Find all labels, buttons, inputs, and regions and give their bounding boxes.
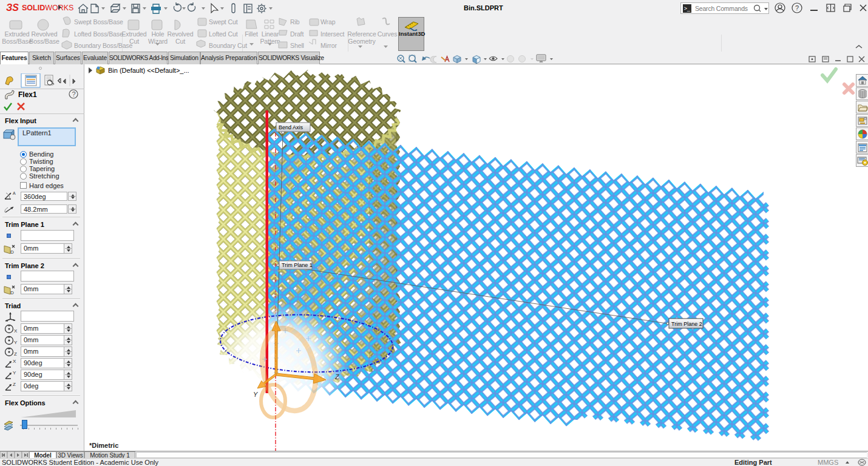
svg-text:X: X [13,359,16,364]
svg-text:Trim Plane 1: Trim Plane 1 [282,262,313,268]
svg-text:?: ? [72,90,76,98]
svg-text:?: ? [795,4,799,12]
svg-text:Y: Y [13,370,16,376]
svg-text:A: A [13,191,16,195]
svg-text:D: D [10,290,14,295]
svg-text:Z: Z [14,351,17,357]
svg-text:ЗS: ЗS [6,2,19,13]
svg-text:Trim Plane 2: Trim Plane 2 [671,321,702,327]
svg-text:Z: Z [334,373,340,380]
svg-text:Bend Axis: Bend Axis [279,124,303,130]
svg-text:Z: Z [13,382,16,387]
svg-text:Y: Y [253,391,258,398]
svg-text:SOLIDWORKS: SOLIDWORKS [22,4,73,12]
svg-text:X: X [14,328,18,334]
svg-text:D: D [10,249,14,255]
svg-text:Y: Y [14,340,18,345]
